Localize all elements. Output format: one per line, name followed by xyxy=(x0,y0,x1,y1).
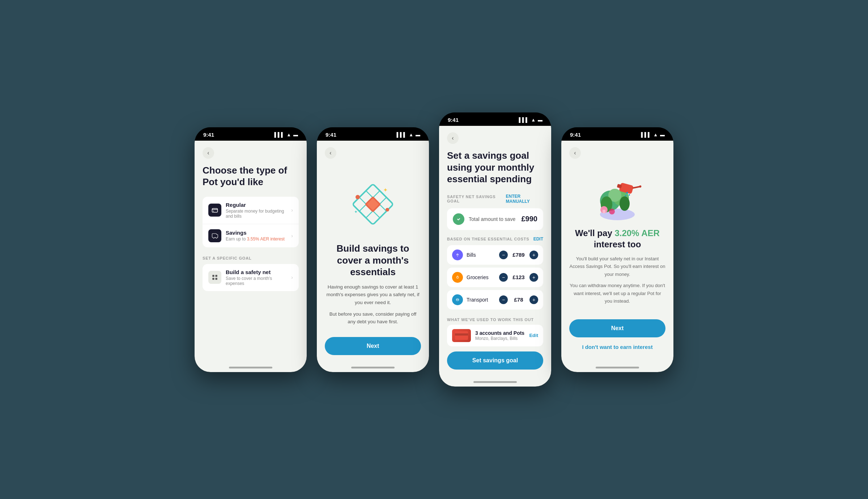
regular-sub: Separate money for budgeting and bills xyxy=(226,209,291,219)
accounts-text: 3 accounts and Pots Monzo, Barclays, Bil… xyxy=(475,330,529,341)
safety-net-sub: Save to cover a month's expenses xyxy=(226,276,291,286)
next-button-2[interactable]: Next xyxy=(325,337,421,355)
bills-decrease-btn[interactable]: − xyxy=(499,251,508,259)
phone-3-content: ‹ Set a savings goal using your monthly … xyxy=(439,126,551,387)
svg-point-33 xyxy=(639,185,642,188)
savings-icon xyxy=(208,229,221,242)
groceries-decrease-btn[interactable]: − xyxy=(499,273,508,282)
back-button-3[interactable]: ‹ xyxy=(447,132,459,144)
description-1-phone2: Having enough savings to cover at least … xyxy=(325,283,421,307)
battery-icon-2: ▬ xyxy=(416,132,420,137)
back-button-1[interactable]: ‹ xyxy=(203,147,214,159)
svg-point-29 xyxy=(620,196,630,211)
description-1-phone4: You'll build your safety net in our Inst… xyxy=(569,255,665,278)
total-amount: £990 xyxy=(522,215,538,223)
status-icons-4: ▌▌▌ ▲ ▬ xyxy=(641,132,665,137)
bills-amount: £789 xyxy=(511,252,527,258)
regular-icon xyxy=(208,204,221,217)
enter-manually-link[interactable]: ENTER MANUALLY xyxy=(506,194,543,204)
back-button-4[interactable]: ‹ xyxy=(569,147,581,159)
time-3: 9:41 xyxy=(448,117,459,123)
phones-container: 9:41 ▌▌▌ ▲ ▬ ‹ Choose the type of Pot yo… xyxy=(195,112,673,387)
svg-point-1 xyxy=(213,211,214,212)
savings-sub-prefix: Earn up to xyxy=(226,236,247,242)
pot-type-list: Regular Separate money for budgeting and… xyxy=(203,197,299,247)
page-title-3: Set a savings goal using your monthly es… xyxy=(447,150,543,185)
groceries-increase-btn[interactable]: + xyxy=(529,273,538,282)
chevron-right-goal-icon: › xyxy=(291,274,293,280)
svg-text:✦: ✦ xyxy=(354,209,358,214)
wifi-icon-2: ▲ xyxy=(409,132,413,137)
svg-point-20 xyxy=(455,297,460,302)
total-label: Total amount to save xyxy=(469,216,522,222)
phone-2-content: ‹ xyxy=(317,141,429,372)
total-icon xyxy=(453,213,464,225)
page-title-1: Choose the type of Pot you'd like xyxy=(203,165,299,188)
transport-increase-btn[interactable]: + xyxy=(529,295,538,304)
phone-1-content: ‹ Choose the type of Pot you'd like Regu… xyxy=(195,141,307,372)
phone-2: 9:41 ▌▌▌ ▲ ▬ ‹ xyxy=(317,127,429,372)
savings-label: Savings xyxy=(226,230,291,236)
savings-sub: Earn up to 3.55% AER interest xyxy=(226,236,291,242)
savings-text: Savings Earn up to 3.55% AER interest xyxy=(226,230,291,242)
status-bar-4: 9:41 ▌▌▌ ▲ ▬ xyxy=(561,127,673,141)
svg-rect-4 xyxy=(212,278,214,280)
svg-point-17 xyxy=(456,216,461,222)
chevron-right-icon: › xyxy=(291,207,293,213)
home-indicator-2 xyxy=(351,367,395,368)
status-icons-1: ▌▌▌ ▲ ▬ xyxy=(274,132,298,137)
no-interest-button[interactable]: I don't want to earn interest xyxy=(569,339,665,355)
groceries-label: Groceries xyxy=(467,274,499,280)
home-indicator-3 xyxy=(473,381,517,383)
safety-net-savings-label: SAFETY NET SAVINGS GOAL xyxy=(447,195,506,203)
svg-point-39 xyxy=(609,209,615,214)
svg-rect-3 xyxy=(216,275,217,277)
groceries-amount: £123 xyxy=(511,274,527,280)
back-button-2[interactable]: ‹ xyxy=(325,147,336,159)
signal-icon-3: ▌▌▌ xyxy=(519,117,529,123)
accounts-row: 3 accounts and Pots Monzo, Barclays, Bil… xyxy=(447,325,543,346)
accounts-edit-link[interactable]: Edit xyxy=(529,333,538,338)
option-savings[interactable]: Savings Earn up to 3.55% AER interest › xyxy=(203,224,299,247)
savings-aer: 3.55% AER interest xyxy=(247,236,285,242)
battery-icon-4: ▬ xyxy=(660,132,665,137)
safety-net-illustration: ✦ ✦ xyxy=(344,175,402,233)
title-suffix: interest too xyxy=(594,239,641,249)
chevron-right-savings-icon: › xyxy=(291,233,293,239)
page-title-2: Build savings to cover a month's essenti… xyxy=(325,243,421,278)
title-green: 3.20% AER xyxy=(614,228,660,238)
cost-item-transport: Transport − £78 + xyxy=(447,290,543,310)
status-bar-2: 9:41 ▌▌▌ ▲ ▬ xyxy=(317,127,429,141)
phone-1: 9:41 ▌▌▌ ▲ ▬ ‹ Choose the type of Pot yo… xyxy=(195,127,307,372)
option-regular[interactable]: Regular Separate money for budgeting and… xyxy=(203,197,299,224)
illustration-area-4 xyxy=(569,165,665,227)
transport-label: Transport xyxy=(467,297,499,303)
accounts-name: 3 accounts and Pots xyxy=(475,330,529,336)
status-icons-2: ▌▌▌ ▲ ▬ xyxy=(396,132,420,137)
svg-point-36 xyxy=(625,195,626,196)
time-4: 9:41 xyxy=(570,132,581,138)
transport-decrease-btn[interactable]: − xyxy=(499,295,508,304)
edit-costs-link[interactable]: EDIT xyxy=(533,236,543,242)
phone-4: 9:41 ▌▌▌ ▲ ▬ ‹ xyxy=(561,127,673,372)
signal-icon-2: ▌▌▌ xyxy=(396,132,407,137)
home-indicator-1 xyxy=(229,367,272,368)
bills-controls: − £789 + xyxy=(499,251,538,259)
cost-item-bills: Bills − £789 + xyxy=(447,245,543,265)
description-2-phone2: But before you save, consider paying off… xyxy=(325,310,421,326)
goal-header: SAFETY NET SAVINGS GOAL ENTER MANUALLY xyxy=(447,194,543,204)
phone-3: 9:41 ▌▌▌ ▲ ▬ ‹ Set a savings goal using … xyxy=(439,112,551,387)
safety-net-icon xyxy=(208,271,221,284)
option-safety-net[interactable]: Build a safety net Save to cover a month… xyxy=(203,264,299,291)
next-button-4[interactable]: Next xyxy=(569,319,665,337)
safety-net-text: Build a safety net Save to cover a month… xyxy=(226,269,291,286)
bills-increase-btn[interactable]: + xyxy=(529,251,538,259)
based-header: BASED ON THESE ESSENTIAL COSTS EDIT xyxy=(447,236,543,242)
svg-rect-12 xyxy=(367,198,379,210)
svg-line-32 xyxy=(633,185,640,189)
phone-4-content: ‹ xyxy=(561,141,673,372)
transport-amount: £78 xyxy=(511,297,527,303)
based-label: BASED ON THESE ESSENTIAL COSTS xyxy=(447,237,529,241)
svg-rect-23 xyxy=(455,333,468,336)
set-savings-goal-button[interactable]: Set savings goal xyxy=(447,351,543,370)
